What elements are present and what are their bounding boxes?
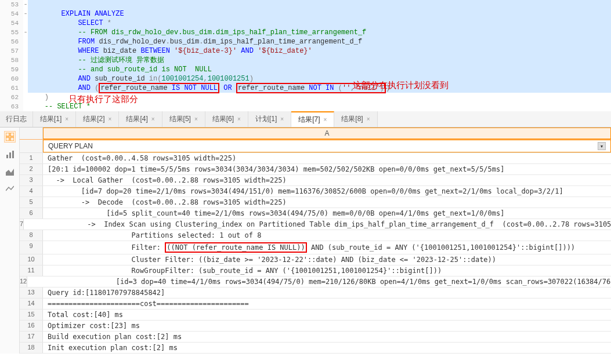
result-tab[interactable]: 结果[5]× [162, 111, 205, 127]
plan-cell[interactable]: Init execution plan cost:[2] ms [43, 343, 611, 353]
close-icon[interactable]: × [65, 116, 68, 122]
code-line[interactable]: 58 -- 过滤测试环境 异常数据 [0, 56, 611, 65]
table-row[interactable]: 5 -> Decode (cost=0.00..2.88 rows=3105 w… [20, 197, 611, 208]
grid-corner[interactable] [20, 128, 43, 139]
table-row[interactable]: 15Total cost:[40] ms [20, 310, 611, 321]
code-line[interactable]: 61 AND (refer_route_name IS NOT NULL OR … [0, 83, 611, 93]
row-number[interactable]: 8 [20, 230, 43, 241]
code-line[interactable]: 53- [0, 0, 611, 9]
row-number[interactable]: 18 [20, 343, 43, 353]
plan-cell[interactable]: RowGroupFilter: (sub_route_id = ANY ('{1… [43, 265, 611, 276]
row-number[interactable]: 3 [20, 175, 43, 185]
line-chart-icon[interactable] [4, 183, 16, 195]
row-number[interactable]: 17 [20, 332, 43, 342]
plan-cell[interactable]: Build execution plan cost:[2] ms [43, 332, 611, 342]
grid-view-icon[interactable] [4, 131, 16, 143]
close-icon[interactable]: × [323, 117, 327, 123]
plan-cell[interactable]: Partitions selected: 1 out of 8 [43, 230, 611, 241]
row-number[interactable]: 5 [20, 197, 43, 208]
plan-cell[interactable]: ======================cost==============… [43, 299, 611, 309]
bar-chart-icon[interactable] [4, 148, 16, 160]
plan-cell[interactable]: -> Local Gather (cost=0.00..2.88 rows=31… [43, 175, 611, 185]
close-icon[interactable]: × [237, 116, 241, 122]
code-content[interactable]: -- FROM dis_rdw_holo_dev.bus_dim.dim_ips… [28, 28, 611, 37]
code-content[interactable]: SELECT * [28, 19, 611, 28]
row-number[interactable]: 14 [20, 299, 43, 309]
plan-cell[interactable]: Optimizer cost:[23] ms [43, 321, 611, 331]
table-row[interactable]: 2[20:1 id=100002 dop=1 time=5/5/5ms rows… [20, 164, 611, 175]
row-number[interactable]: 4 [20, 186, 43, 196]
code-line[interactable]: 54- EXPLAIN ANALYZE [0, 9, 611, 19]
plan-cell[interactable]: Cluster Filter: ((biz_date >= '2023-12-2… [43, 254, 611, 265]
plan-cell[interactable]: Total cost:[40] ms [43, 310, 611, 320]
close-icon[interactable]: × [109, 116, 112, 122]
code-content[interactable]: -- 过滤测试环境 异常数据 [28, 56, 611, 65]
plan-cell[interactable]: [20:1 id=100002 dop=1 time=5/5/5ms rows=… [43, 164, 611, 174]
code-line[interactable]: 57 WHERE biz_date BETWEEN '${biz_date-3}… [0, 46, 611, 56]
close-icon[interactable]: × [151, 116, 155, 122]
close-icon[interactable]: × [280, 116, 284, 122]
plan-cell[interactable]: Gather (cost=0.00..4.58 rows=3105 width=… [43, 153, 611, 163]
code-content[interactable]: WHERE biz_date BETWEEN '${biz_date-3}' A… [28, 46, 611, 56]
table-row[interactable]: 9 Filter: ((NOT (refer_route_name IS NUL… [20, 241, 611, 254]
result-tab[interactable]: 结果[7]× [291, 111, 334, 127]
plan-cell[interactable]: -> Decode (cost=0.00..2.88 rows=3105 wid… [43, 197, 611, 208]
row-number[interactable]: 1 [20, 153, 43, 163]
row-number[interactable]: 16 [20, 321, 43, 331]
plan-cell[interactable]: Query id:[11801707978845842] [43, 287, 611, 298]
area-chart-icon[interactable] [4, 166, 16, 177]
code-line[interactable]: 59 -- and sub_route_id is NOT NULL [0, 65, 611, 74]
sql-editor[interactable]: 53- 54- EXPLAIN ANALYZE54 SELECT *55- --… [0, 0, 611, 111]
code-content[interactable]: FROM dis_rdw_holo_dev.bus_dim.dim_ips_ha… [28, 37, 611, 46]
code-content[interactable] [28, 0, 611, 9]
plan-cell[interactable]: [id=5 split_count=40 time=2/1/0ms rows=3… [43, 208, 611, 219]
code-line[interactable]: 60 AND sub_route_id in(1001001254,100100… [0, 74, 611, 83]
plan-cell[interactable]: -> Index Scan using Clustering_index on … [24, 219, 611, 230]
plan-cell[interactable]: Filter: ((NOT (refer_route_name IS NULL)… [43, 241, 611, 254]
row-number[interactable]: 13 [20, 287, 43, 298]
row-number[interactable]: 6 [20, 208, 43, 219]
result-tab[interactable]: 结果[6]× [205, 111, 248, 127]
plan-cell[interactable]: [id=7 dop=20 time=2/1/0ms rows=3034(494/… [43, 186, 611, 196]
row-number[interactable]: 11 [20, 265, 43, 276]
table-row[interactable]: 10 Cluster Filter: ((biz_date >= '2023-1… [20, 254, 611, 265]
code-content[interactable]: AND sub_route_id in(1001001254,100100125… [28, 74, 611, 83]
result-tab[interactable]: 结果[8]× [334, 111, 377, 127]
table-row[interactable]: 18Init execution plan cost:[2] ms [20, 343, 611, 354]
tab-log[interactable]: 行日志 [0, 111, 33, 127]
row-number[interactable]: 9 [20, 241, 43, 254]
table-row[interactable]: 16Optimizer cost:[23] ms [20, 321, 611, 332]
row-number[interactable]: 2 [20, 164, 43, 174]
code-content[interactable]: AND (refer_route_name IS NOT NULL OR ref… [28, 83, 611, 93]
table-row[interactable]: 4 [id=7 dop=20 time=2/1/0ms rows=3034(49… [20, 186, 611, 197]
query-plan-header[interactable]: QUERY PLAN ▾ [43, 140, 611, 152]
close-icon[interactable]: × [367, 116, 370, 122]
result-tab[interactable]: 结果[4]× [119, 111, 162, 127]
plan-cell[interactable]: [id=3 dop=40 time=4/1/0ms rows=3034(494/… [27, 276, 611, 287]
row-number[interactable]: 7 [20, 219, 24, 230]
row-number[interactable]: 10 [20, 254, 43, 265]
dropdown-icon[interactable]: ▾ [598, 142, 606, 150]
table-row[interactable]: 14======================cost============… [20, 299, 611, 310]
close-icon[interactable]: × [194, 116, 198, 122]
column-header-a[interactable]: A [43, 128, 611, 139]
table-row[interactable]: 17Build execution plan cost:[2] ms [20, 332, 611, 343]
code-line[interactable]: 54 SELECT * [0, 19, 611, 28]
result-tab[interactable]: 结果[2]× [76, 111, 119, 127]
result-tab[interactable]: 结果[1]× [33, 111, 76, 127]
table-row[interactable]: 11 RowGroupFilter: (sub_route_id = ANY (… [20, 265, 611, 276]
table-row[interactable]: 13Query id:[11801707978845842] [20, 287, 611, 299]
table-row[interactable]: 3 -> Local Gather (cost=0.00..2.88 rows=… [20, 175, 611, 186]
row-number[interactable]: 12 [20, 276, 27, 287]
code-content[interactable]: -- and sub_route_id is NOT NULL [28, 65, 611, 74]
table-row[interactable]: 8 Partitions selected: 1 out of 8 [20, 230, 611, 241]
table-row[interactable]: 12 [id=3 dop=40 time=4/1/0ms rows=3034(4… [20, 276, 611, 287]
row-number[interactable]: 15 [20, 310, 43, 320]
result-grid[interactable]: A QUERY PLAN ▾ 1Gather (cost=0.00..4.58 … [20, 128, 611, 354]
table-row[interactable]: 1Gather (cost=0.00..4.58 rows=3105 width… [20, 153, 611, 164]
code-line[interactable]: 56 FROM dis_rdw_holo_dev.bus_dim.dim_ips… [0, 37, 611, 46]
result-tab[interactable]: 计划[1]× [248, 111, 291, 127]
table-row[interactable]: 7 -> Index Scan using Clustering_index o… [20, 219, 611, 230]
code-line[interactable]: 55- -- FROM dis_rdw_holo_dev.bus_dim.dim… [0, 28, 611, 37]
table-row[interactable]: 6 [id=5 split_count=40 time=2/1/0ms rows… [20, 208, 611, 219]
